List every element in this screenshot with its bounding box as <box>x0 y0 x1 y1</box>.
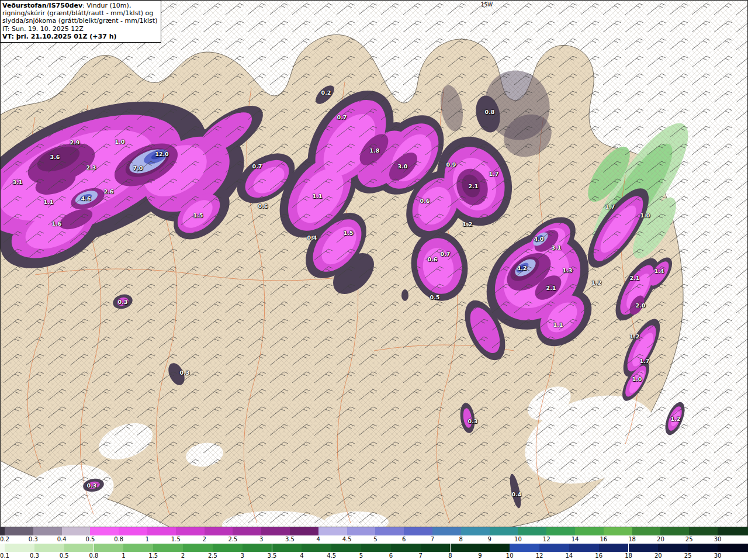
colorbar-cell <box>451 544 480 552</box>
colorbar-cell <box>689 527 718 535</box>
colorbar-tick-label: 12 <box>543 535 550 543</box>
colorbar-tick-label: 20 <box>657 535 664 543</box>
colorbar-cell <box>629 544 659 552</box>
colorbar-cell <box>318 527 347 535</box>
colorbar-cell <box>272 544 302 552</box>
colorbar-cell <box>94 544 124 552</box>
colorbar-tick-label: 0.3 <box>30 552 39 559</box>
colorbar-cell <box>243 544 272 552</box>
colorbar-cell <box>569 544 599 552</box>
colorbar-cell <box>290 527 318 535</box>
title-line-5: VT: þri. 21.10.2025 01Z (+37 h) <box>2 33 157 40</box>
colorbar-cell <box>153 544 183 552</box>
colorbar-cell <box>718 527 748 535</box>
colorbar-cell <box>632 527 661 535</box>
colorbar-cell <box>147 527 176 535</box>
colorbar-tick-label: 3 <box>259 535 263 543</box>
colorbar-cell <box>213 544 243 552</box>
colorbar-cell <box>391 544 421 552</box>
colorbar-tick-label: 8 <box>448 552 452 559</box>
colorbar-tick-label: 16 <box>595 552 602 559</box>
colorbar-tick-label: 3.5 <box>268 552 277 559</box>
colorbar-tick-label: 3.5 <box>285 535 295 543</box>
colorbar-cell <box>62 527 91 535</box>
colorbar-tick-label: 6 <box>389 552 393 559</box>
colorbar-cell <box>375 527 404 535</box>
colorbar-tick-label: 0.5 <box>85 535 95 543</box>
colorbar-cell <box>432 527 461 535</box>
colorbar-tick-label: 2 <box>181 552 185 559</box>
colorbar-tick-label: 25 <box>684 552 692 559</box>
title-line-2: rigning/skúrir (grænt/blátt/rautt - mm/1… <box>2 9 157 17</box>
colorbar-tick-label: 30 <box>714 535 722 543</box>
colorbar-1-strip <box>0 527 748 535</box>
colorbar-tick-label: 1.5 <box>171 535 181 543</box>
colorbar-cell <box>233 527 261 535</box>
colorbar-tick-label: 16 <box>600 535 607 543</box>
colorbar-tick-label: 8 <box>459 535 463 543</box>
colorbar-cell <box>64 544 94 552</box>
colorbar-tick-label: 12 <box>536 552 543 559</box>
colorbar-cell <box>688 544 718 552</box>
colorbar-tick-label: 10 <box>506 552 514 559</box>
colorbar-cell <box>660 527 689 535</box>
colorbar-2-labels: 0.10.30.50.811.522.533.544.5567891012141… <box>0 552 748 560</box>
colorbar-tick-label: 1 <box>122 552 125 559</box>
colorbar-tick-label: 6 <box>402 535 406 543</box>
colorbar-cell <box>599 544 629 552</box>
colorbar-tick-label: 3 <box>240 552 244 559</box>
colorbar-tick-label: 4.5 <box>342 535 352 543</box>
colorbar-tick-label: 0.4 <box>57 535 67 543</box>
title-line-4: IT: Sun. 19. 10. 2025 12Z <box>2 25 157 33</box>
colorbar-tick-label: 10 <box>514 535 522 543</box>
colorbar-cell <box>34 544 64 552</box>
colorbar-2-strip <box>0 544 748 552</box>
colorbar-tick-label: 0.1 <box>0 552 9 559</box>
colorbar-cell <box>5 544 34 552</box>
colorbar-tick-label: 0.8 <box>89 552 99 559</box>
meridian-label: 15W <box>481 2 493 8</box>
colorbar-cell <box>119 527 147 535</box>
colorbar-tick-label: 5 <box>373 535 377 543</box>
title-line-1: Veðurstofan/IS750dev: Vindur (10m), <box>2 2 157 9</box>
colorbar-cell <box>261 527 290 535</box>
weather-map <box>0 0 748 527</box>
colorbar-cell <box>183 544 213 552</box>
colorbar-tick-label: 5 <box>359 552 363 559</box>
colorbar-cell <box>510 544 539 552</box>
colorbar-tick-label: 1 <box>146 535 149 543</box>
colorbar-tick-label: 4.5 <box>327 552 336 559</box>
colorbar-cell <box>480 544 510 552</box>
colorbar-cell <box>575 527 604 535</box>
brand-label: Veðurstofan/IS750dev <box>2 2 82 9</box>
colorbar-cell <box>347 527 376 535</box>
colorbar-tick-label: 2.5 <box>208 552 217 559</box>
title-line-3: slydda/snjókoma (grátt/bleikt/grænt - mm… <box>2 17 157 25</box>
colorbar-cell <box>176 527 205 535</box>
colorbar-tick-label: 18 <box>625 552 632 559</box>
colorbar-tick-label: 0.8 <box>114 535 123 543</box>
colorbar-cell <box>421 544 451 552</box>
colorbar-cell <box>539 544 569 552</box>
colorbar-cell <box>658 544 688 552</box>
colorbar-tick-label: 14 <box>565 552 573 559</box>
colorbar-cell <box>123 544 153 552</box>
colorbar-tick-label: 9 <box>487 535 491 543</box>
colorbar-tick-label: 9 <box>478 552 482 559</box>
colorbar-tick-label: 30 <box>714 552 722 559</box>
colorbar-tick-label: 2.5 <box>228 535 237 543</box>
colorbar-tick-label: 7 <box>418 552 422 559</box>
colorbar-tick-label: 4 <box>300 552 303 559</box>
colorbar-tick-label: 0.2 <box>0 535 9 543</box>
colorbar-cell <box>0 544 5 552</box>
colorbar-cell <box>5 527 33 535</box>
colorbar-tick-label: 0.3 <box>29 535 38 543</box>
weather-forecast-page: { "title_box": { "brand": "Veðurstofan/I… <box>0 0 748 560</box>
colorbar-cell <box>331 544 361 552</box>
title-line-1-rest: : Vindur (10m), <box>82 2 131 9</box>
colorbar-tick-label: 4 <box>317 535 320 543</box>
colorbar-tick-label: 18 <box>628 535 636 543</box>
colorbar-tick-label: 14 <box>572 535 579 543</box>
colorbar-cell <box>518 527 546 535</box>
wind-barbs-overlay <box>0 0 748 527</box>
